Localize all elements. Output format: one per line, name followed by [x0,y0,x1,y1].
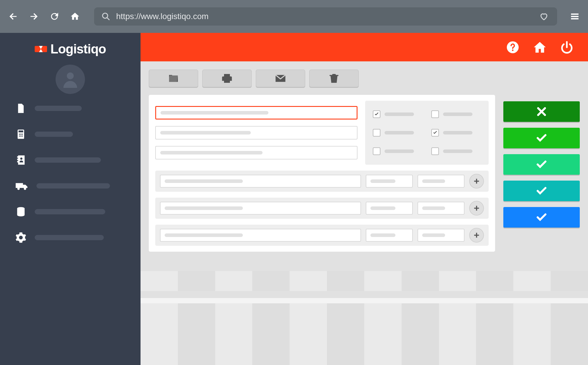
svg-point-10 [22,134,23,135]
svg-point-5 [67,73,74,79]
row-input-b[interactable] [366,229,413,242]
help-button[interactable] [506,41,519,54]
text-input-1[interactable] [155,106,358,120]
row-input-c[interactable] [417,202,465,215]
svg-point-9 [20,134,21,135]
svg-point-12 [20,135,21,137]
line-item-row-3 [155,225,489,246]
avatar[interactable] [56,65,85,94]
check-icon [536,211,547,223]
truck-icon [15,180,28,191]
plus-icon [473,232,480,238]
checkbox-1[interactable] [373,109,422,119]
svg-point-19 [512,49,513,51]
svg-rect-7 [19,130,23,132]
status-button-2[interactable] [503,128,580,148]
trash-icon [328,73,340,84]
close-icon [536,106,547,117]
row-input-b[interactable] [366,202,413,215]
home-button[interactable] [69,11,81,22]
action-toolbar [149,70,495,87]
print-button[interactable] [202,70,252,87]
svg-point-16 [24,188,26,190]
sidebar-item-settings[interactable] [15,232,141,243]
brand-logo: Logistiqo [35,42,106,56]
checkbox-4[interactable] [431,127,481,138]
favorite-button[interactable] [538,11,550,22]
line-item-row-2 [155,198,489,219]
text-input-2[interactable] [155,126,358,139]
check-icon [536,159,547,170]
sidebar-item-label [35,157,101,163]
row-input-c[interactable] [417,229,465,242]
status-button-3[interactable] [503,154,580,175]
row-input-c[interactable] [417,175,465,188]
sidebar-item-contacts[interactable] [15,154,141,166]
row-input-b[interactable] [366,175,413,188]
delete-button[interactable] [309,70,359,87]
checkbox-panel [365,101,489,165]
form-panel [149,95,495,252]
status-button-4[interactable] [503,181,580,201]
plus-icon [473,205,480,211]
contacts-icon [15,154,26,166]
forward-button[interactable] [28,11,40,22]
sidebar-item-fleet[interactable] [15,180,141,191]
svg-point-8 [19,134,20,135]
logo-icon [35,43,47,55]
gear-icon [15,232,26,243]
svg-point-14 [20,158,22,160]
status-button-5[interactable] [503,207,580,228]
sidebar-item-database[interactable] [15,206,141,217]
line-item-row-1 [155,171,489,192]
power-button[interactable] [560,41,573,54]
sidebar-item-calculator[interactable] [15,129,141,140]
sidebar: Logistiqo [0,33,141,365]
url-bar[interactable]: https://www.logistiqo.com [94,7,557,26]
svg-line-1 [107,18,109,20]
checkbox-6[interactable] [431,146,481,157]
app-home-button[interactable] [533,41,546,54]
sidebar-item-label [35,235,104,240]
folder-button[interactable] [149,70,198,87]
check-icon [536,132,547,144]
mail-button[interactable] [256,70,305,87]
browser-chrome: https://www.logistiqo.com [0,0,588,33]
row-input-a[interactable] [160,229,361,242]
text-input-3[interactable] [155,146,358,159]
app-header [141,33,588,61]
status-button-1[interactable] [503,101,580,122]
sidebar-item-label [36,183,110,189]
sidebar-item-label [35,106,82,111]
checkbox-3[interactable] [373,127,422,138]
menu-button[interactable] [569,11,581,22]
sidebar-item-documents[interactable] [15,103,141,114]
checkbox-5[interactable] [373,146,422,157]
database-icon [15,206,26,217]
sidebar-item-label [35,209,105,214]
row-input-a[interactable] [160,202,361,215]
plus-icon [473,178,480,184]
data-table-placeholder [141,271,588,365]
row-input-a[interactable] [160,175,361,188]
url-text: https://www.logistiqo.com [116,12,208,21]
add-row-button[interactable] [469,201,484,216]
mail-icon [275,73,286,84]
svg-point-11 [19,135,20,137]
calculator-icon [15,129,26,140]
checkbox-2[interactable] [431,109,481,119]
brand-name: Logistiqo [51,42,106,56]
svg-point-15 [17,188,20,190]
svg-point-13 [22,135,23,137]
search-icon [101,12,110,21]
document-icon [15,103,26,114]
refresh-button[interactable] [49,11,60,22]
print-icon [221,73,233,84]
check-icon [536,185,547,197]
add-row-button[interactable] [469,228,484,243]
folder-icon [168,73,179,84]
back-button[interactable] [7,11,19,22]
add-row-button[interactable] [469,174,484,189]
sidebar-item-label [35,132,73,137]
